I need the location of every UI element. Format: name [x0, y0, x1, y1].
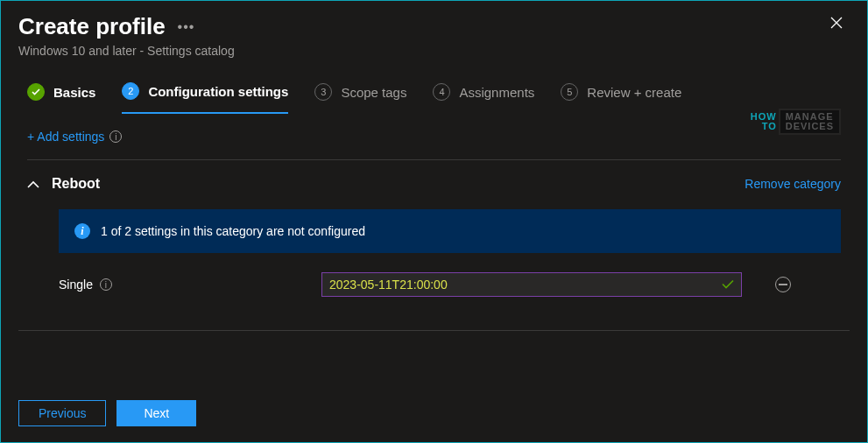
watermark: HOW TO MANAGE DEVICES — [751, 109, 841, 135]
watermark-text: DEVICES — [786, 122, 834, 131]
step-label: Configuration settings — [148, 84, 288, 99]
add-settings-label: + Add settings — [27, 130, 104, 144]
wizard-steps: Basics 2 Configuration settings 3 Scope … — [1, 67, 867, 114]
more-options-icon[interactable]: ••• — [178, 19, 195, 35]
next-button[interactable]: Next — [116, 400, 196, 426]
step-scope-tags[interactable]: 3 Scope tags — [314, 83, 406, 113]
step-label: Assignments — [459, 85, 534, 100]
step-label: Scope tags — [341, 85, 406, 100]
setting-row-single: Single i — [59, 272, 841, 297]
info-banner: i 1 of 2 settings in this category are n… — [59, 209, 841, 253]
category-toggle-reboot[interactable]: Reboot — [27, 176, 100, 192]
step-number-icon: 5 — [561, 83, 578, 101]
close-icon[interactable] — [823, 13, 850, 36]
step-number-icon: 2 — [122, 82, 139, 100]
step-label: Basics — [53, 85, 95, 100]
step-number-icon: 4 — [433, 83, 450, 101]
watermark-text: TO — [762, 122, 777, 131]
previous-button[interactable]: Previous — [18, 400, 106, 426]
check-icon — [722, 278, 734, 292]
chevron-up-icon — [27, 180, 39, 188]
add-settings-button[interactable]: + Add settings i — [27, 130, 841, 144]
single-datetime-input[interactable] — [329, 278, 722, 292]
info-icon: i — [74, 223, 90, 239]
remove-category-link[interactable]: Remove category — [745, 177, 841, 191]
setting-label: Single — [59, 278, 93, 292]
page-title: Create profile — [18, 13, 166, 40]
step-label: Review + create — [587, 85, 681, 100]
setting-input-wrapper — [321, 272, 742, 297]
svg-rect-0 — [779, 284, 787, 285]
remove-setting-icon[interactable] — [775, 277, 791, 292]
step-configuration-settings[interactable]: 2 Configuration settings — [122, 82, 288, 114]
info-icon[interactable]: i — [109, 130, 122, 143]
check-icon — [27, 83, 45, 101]
page-subtitle: Windows 10 and later - Settings catalog — [18, 44, 235, 58]
category-name: Reboot — [52, 176, 100, 192]
step-assignments[interactable]: 4 Assignments — [433, 83, 534, 113]
step-review-create[interactable]: 5 Review + create — [561, 83, 681, 113]
info-icon[interactable]: i — [100, 278, 112, 291]
info-banner-text: 1 of 2 settings in this category are not… — [101, 224, 365, 238]
divider — [18, 330, 850, 331]
step-number-icon: 3 — [314, 83, 332, 101]
step-basics[interactable]: Basics — [27, 83, 95, 113]
